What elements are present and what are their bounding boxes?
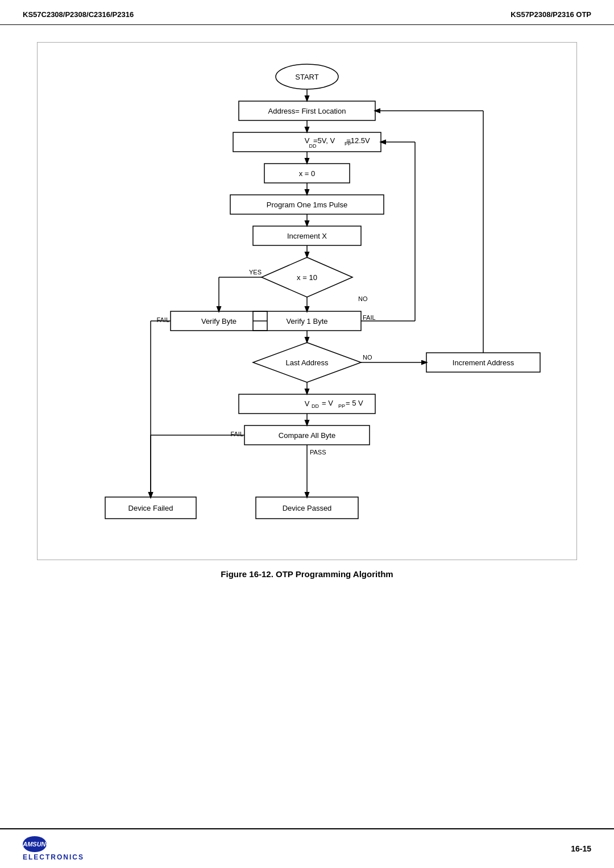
flowchart-svg: START Address= First Location V DD =5V, …	[51, 54, 563, 548]
svg-text:FAIL: FAIL	[363, 314, 376, 321]
svg-text:Device Failed: Device Failed	[128, 504, 173, 512]
page-footer: SAMSUNG ELECTRONICS 16-15	[0, 828, 614, 868]
header-right: KS57P2308/P2316 OTP	[511, 10, 591, 19]
header-left: KS57C2308/P2308/C2316/P2316	[23, 10, 134, 19]
svg-text:YES: YES	[249, 269, 262, 276]
svg-text:Device Passed: Device Passed	[283, 504, 332, 512]
svg-text:=12.5V: =12.5V	[346, 136, 370, 145]
svg-text:Increment X: Increment X	[287, 232, 327, 240]
electronics-label: ELECTRONICS	[23, 853, 84, 861]
svg-text:Program One 1ms Pulse: Program One 1ms Pulse	[267, 201, 347, 209]
svg-text:NO: NO	[363, 354, 372, 361]
svg-text:x = 0: x = 0	[299, 169, 316, 178]
caption-text: Figure 16-12. OTP Programming Algorithm	[221, 569, 393, 579]
svg-text:FAIL: FAIL	[230, 431, 243, 437]
svg-text:PP: PP	[338, 403, 345, 409]
page-number: 16-15	[571, 844, 591, 853]
svg-text:DD: DD	[312, 403, 319, 409]
svg-text:x = 10: x = 10	[297, 273, 317, 282]
svg-text:Verify Byte: Verify Byte	[201, 317, 237, 326]
diagram-container: START Address= First Location V DD =5V, …	[37, 42, 577, 560]
svg-text:Address= First Location: Address= First Location	[268, 107, 346, 115]
svg-text:V: V	[305, 399, 310, 408]
svg-text:Compare All Byte: Compare All Byte	[279, 431, 335, 440]
svg-text:PASS: PASS	[310, 449, 326, 456]
svg-text:START: START	[295, 73, 318, 81]
svg-text:FAIL: FAIL	[156, 316, 169, 323]
svg-text:Last Address: Last Address	[285, 358, 329, 367]
svg-text:=5V, V: =5V, V	[313, 136, 335, 145]
main-content: START Address= First Location V DD =5V, …	[0, 25, 614, 828]
page-header: KS57C2308/P2308/C2316/P2316 KS57P2308/P2…	[0, 0, 614, 25]
svg-text:Increment Address: Increment Address	[453, 358, 515, 367]
svg-text:Verify 1 Byte: Verify 1 Byte	[287, 317, 328, 326]
page: KS57C2308/P2308/C2316/P2316 KS57P2308/P2…	[0, 0, 614, 868]
footer-logo: SAMSUNG ELECTRONICS	[23, 836, 84, 861]
svg-text:= V: = V	[322, 399, 333, 407]
svg-text:NO: NO	[358, 295, 368, 302]
svg-text:= 5 V: = 5 V	[346, 399, 363, 407]
figure-caption: Figure 16-12. OTP Programming Algorithm	[221, 569, 393, 579]
